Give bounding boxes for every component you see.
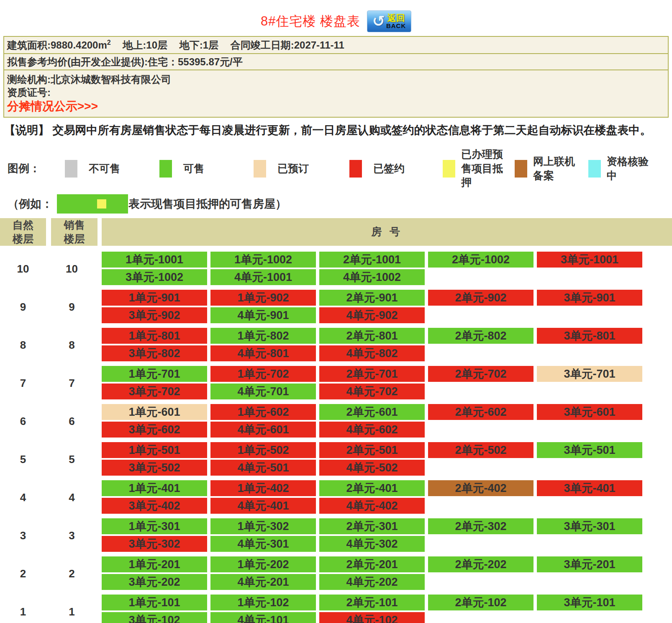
room-cell[interactable]: 2单元-802 bbox=[428, 328, 533, 344]
room-cell[interactable]: 3单元-101 bbox=[537, 595, 642, 610]
legend-title: 图例： bbox=[8, 161, 45, 176]
room-cell[interactable]: 1单元-202 bbox=[210, 556, 316, 572]
room-cell[interactable]: 3单元-601 bbox=[537, 404, 642, 420]
room-cell[interactable]: 4单元-1001 bbox=[210, 269, 316, 285]
room-cell[interactable]: 3单元-102 bbox=[102, 612, 207, 623]
room-cell[interactable]: 2单元-501 bbox=[319, 442, 425, 458]
room-cell[interactable]: 4单元-201 bbox=[210, 574, 316, 590]
room-cell[interactable]: 4单元-401 bbox=[210, 498, 316, 514]
room-cell[interactable]: 3单元-202 bbox=[102, 574, 207, 590]
floor-row-9: 991单元-9011单元-9022单元-9012单元-9023单元-9013单元… bbox=[0, 290, 672, 325]
room-cell[interactable]: 1单元-701 bbox=[102, 366, 207, 382]
room-cell[interactable]: 2单元-1002 bbox=[428, 252, 533, 268]
room-cell[interactable]: 1单元-902 bbox=[210, 290, 316, 306]
room-cell[interactable]: 2单元-401 bbox=[319, 480, 425, 496]
room-cell[interactable]: 3单元-901 bbox=[537, 290, 642, 306]
room-cell[interactable]: 4单元-502 bbox=[319, 460, 425, 476]
room-cell[interactable]: 2单元-602 bbox=[428, 404, 533, 420]
room-cell[interactable]: 1单元-101 bbox=[102, 595, 207, 610]
room-cell[interactable]: 4单元-901 bbox=[210, 307, 316, 323]
room-cell[interactable]: 2单元-801 bbox=[319, 328, 425, 344]
room-cell[interactable]: 4单元-101 bbox=[210, 612, 316, 623]
room-cell[interactable]: 3单元-401 bbox=[537, 480, 642, 496]
room-cell[interactable]: 2单元-901 bbox=[319, 290, 425, 306]
room-cell[interactable]: 1单元-401 bbox=[102, 480, 207, 496]
room-cell[interactable]: 1单元-901 bbox=[102, 290, 207, 306]
room-row: 3单元-7024单元-7014单元-702 bbox=[102, 384, 672, 399]
room-cell[interactable]: 4单元-501 bbox=[210, 460, 316, 476]
completion-date: 合同竣工日期:2027-11-11 bbox=[231, 39, 344, 51]
room-cell[interactable]: 3单元-302 bbox=[102, 536, 207, 552]
room-cell[interactable]: 1单元-302 bbox=[210, 518, 316, 534]
room-cell[interactable]: 3单元-701 bbox=[537, 366, 642, 382]
back-button[interactable]: ↺ 返回 BACK bbox=[367, 10, 411, 32]
room-cell[interactable]: 4单元-1002 bbox=[319, 269, 425, 285]
info-row-surveyor: 测绘机构:北京沐城数智科技有限公司 资质证号: 分摊情况公示>>> bbox=[4, 70, 668, 116]
room-cell[interactable]: 4单元-902 bbox=[319, 307, 425, 323]
room-cell[interactable]: 2单元-402 bbox=[428, 480, 533, 496]
room-cell[interactable]: 3单元-301 bbox=[537, 518, 642, 534]
room-cell[interactable]: 4单元-602 bbox=[319, 422, 425, 438]
natural-floor-label: 9 bbox=[0, 290, 46, 325]
room-cell[interactable]: 4单元-701 bbox=[210, 384, 316, 399]
back-label-en: BACK bbox=[386, 23, 406, 29]
room-cell[interactable]: 1单元-1002 bbox=[210, 252, 316, 268]
room-cell[interactable]: 2单元-201 bbox=[319, 556, 425, 572]
room-cell[interactable]: 1单元-602 bbox=[210, 404, 316, 420]
room-cell[interactable]: 4单元-301 bbox=[210, 536, 316, 552]
room-cell[interactable]: 2单元-301 bbox=[319, 518, 425, 534]
room-row: 3单元-8024单元-8014单元-802 bbox=[102, 345, 672, 361]
room-cells: 1单元-10011单元-10022单元-10012单元-10023单元-1001… bbox=[102, 252, 672, 287]
room-cell[interactable]: 1单元-601 bbox=[102, 404, 207, 420]
room-cell[interactable]: 3单元-501 bbox=[537, 442, 642, 458]
room-cell[interactable]: 3单元-201 bbox=[537, 556, 642, 572]
room-cell[interactable]: 4单元-202 bbox=[319, 574, 425, 590]
room-cell[interactable]: 4单元-702 bbox=[319, 384, 425, 399]
room-cell[interactable]: 3单元-502 bbox=[102, 460, 207, 476]
room-cells: 1单元-9011单元-9022单元-9012单元-9023单元-9013单元-9… bbox=[102, 290, 672, 325]
room-cell[interactable]: 4单元-302 bbox=[319, 536, 425, 552]
room-row: 3单元-2024单元-2014单元-202 bbox=[102, 574, 672, 590]
room-cell[interactable]: 3单元-802 bbox=[102, 345, 207, 361]
signed-swatch-icon bbox=[349, 160, 362, 178]
room-cell[interactable]: 1单元-301 bbox=[102, 518, 207, 534]
room-cell[interactable]: 1单元-801 bbox=[102, 328, 207, 344]
room-cell[interactable]: 2单元-702 bbox=[428, 366, 533, 382]
room-cell[interactable]: 2单元-102 bbox=[428, 595, 533, 610]
back-arrow-icon: ↺ bbox=[372, 14, 385, 29]
room-cell[interactable]: 2单元-601 bbox=[319, 404, 425, 420]
room-cell[interactable]: 3单元-1001 bbox=[537, 252, 642, 268]
room-cell[interactable]: 1单元-702 bbox=[210, 366, 316, 382]
room-cell[interactable]: 2单元-701 bbox=[319, 366, 425, 382]
room-cell[interactable]: 2单元-502 bbox=[428, 442, 533, 458]
room-cell[interactable]: 2单元-902 bbox=[428, 290, 533, 306]
room-row: 3单元-6024单元-6014单元-602 bbox=[102, 422, 672, 438]
room-cell[interactable]: 4单元-402 bbox=[319, 498, 425, 514]
room-cell[interactable]: 4单元-601 bbox=[210, 422, 316, 438]
room-cell[interactable]: 4单元-801 bbox=[210, 345, 316, 361]
room-cell[interactable]: 1单元-502 bbox=[210, 442, 316, 458]
room-cell[interactable]: 4单元-802 bbox=[319, 345, 425, 361]
room-cell[interactable]: 1单元-102 bbox=[210, 595, 316, 610]
room-cell[interactable]: 3单元-1002 bbox=[102, 269, 207, 285]
room-cell[interactable]: 1单元-802 bbox=[210, 328, 316, 344]
room-cell[interactable]: 3单元-902 bbox=[102, 307, 207, 323]
room-cells: 1单元-4011单元-4022单元-4012单元-4023单元-4013单元-4… bbox=[102, 480, 672, 515]
room-cell[interactable]: 3单元-402 bbox=[102, 498, 207, 514]
room-cell[interactable]: 1单元-1001 bbox=[102, 252, 207, 268]
room-cell[interactable]: 2单元-202 bbox=[428, 556, 533, 572]
room-cell[interactable]: 4单元-102 bbox=[319, 612, 425, 623]
example-mortgage-swatch bbox=[57, 194, 128, 214]
room-cell[interactable]: 2单元-101 bbox=[319, 595, 425, 610]
sales-floor-label: 7 bbox=[46, 366, 97, 401]
share-disclosure-link[interactable]: 分摊情况公示>>> bbox=[7, 100, 98, 113]
room-cell[interactable]: 1单元-501 bbox=[102, 442, 207, 458]
room-cell[interactable]: 1单元-201 bbox=[102, 556, 207, 572]
room-cell[interactable]: 2单元-302 bbox=[428, 518, 533, 534]
room-cell[interactable]: 3单元-702 bbox=[102, 384, 207, 399]
room-cell[interactable]: 2单元-1001 bbox=[319, 252, 425, 268]
room-cell[interactable]: 3单元-602 bbox=[102, 422, 207, 438]
room-cell[interactable]: 3单元-801 bbox=[537, 328, 642, 344]
legend-example-row: （例如： 表示现售项目抵押的可售房屋） bbox=[8, 194, 672, 214]
room-cell[interactable]: 1单元-402 bbox=[210, 480, 316, 496]
